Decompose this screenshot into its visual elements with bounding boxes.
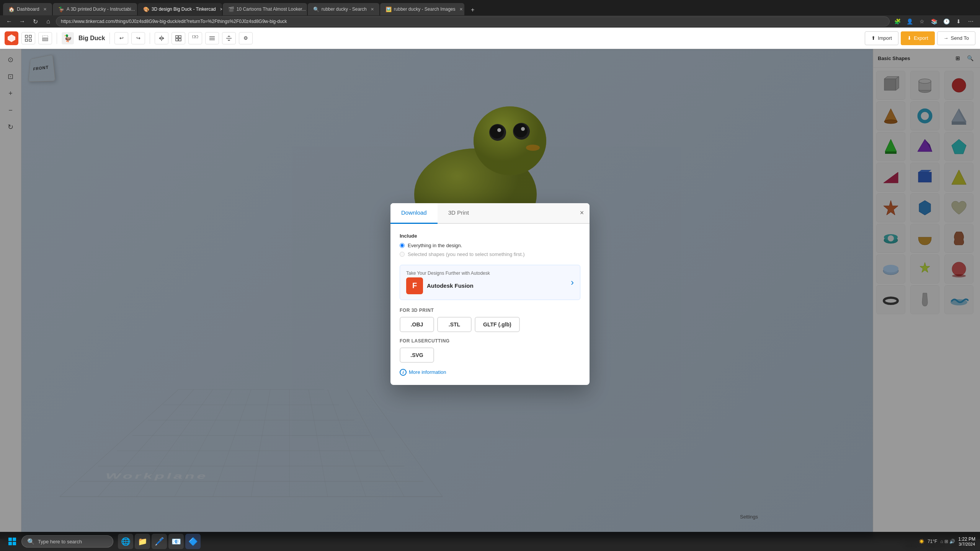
date-display: 3/7/2024 (958, 542, 975, 546)
autodesk-fusion-name: Autodesk Fusion (427, 282, 474, 289)
redo-button[interactable]: ↪ (131, 32, 145, 44)
tab-close-6[interactable]: ✕ (459, 7, 463, 12)
browser-tab-dashboard[interactable]: 🏠 Dashboard ✕ (3, 3, 52, 15)
app-container: 🦆 Big Duck ↩ ↪ ⚙ ⬆ Import (0, 28, 980, 551)
modal-overlay[interactable]: Download 3D Print × Include Everything i… (0, 49, 980, 539)
autodesk-text-area: Take Your Designs Further with Autodesk … (406, 271, 565, 294)
more-info-link[interactable]: i More information (400, 369, 580, 376)
collections-button[interactable]: 📚 (929, 16, 939, 27)
format-stl-button[interactable]: .STL (437, 317, 472, 332)
flip-button[interactable] (222, 32, 236, 44)
format-buttons-laser: .SVG (400, 347, 580, 363)
align-button[interactable] (205, 32, 219, 44)
radio-everything[interactable]: Everything in the design. (400, 243, 580, 248)
notification-area[interactable]: ⌂ ⊞ 🔊 (940, 539, 955, 544)
clock[interactable]: 1:22 PM 3/7/2024 (958, 536, 975, 546)
dialog-body: Include Everything in the design. Select… (390, 224, 590, 385)
format-obj-button[interactable]: .OBJ (400, 317, 434, 332)
new-tab-button[interactable]: + (467, 5, 479, 15)
refresh-button[interactable]: ↻ (30, 16, 41, 27)
tab-download[interactable]: Download (390, 203, 438, 224)
download-dialog: Download 3D Print × Include Everything i… (390, 203, 590, 385)
taskbar-system-tray: ☀️ 71°F ⌂ ⊞ 🔊 1:22 PM 3/7/2024 (919, 536, 975, 546)
snap-button[interactable]: ⚙ (239, 32, 253, 44)
taskbar-app-explorer[interactable]: 📁 (135, 534, 150, 549)
format-gltf-button[interactable]: GLTF (.glb) (475, 317, 520, 332)
home-button[interactable]: ⌂ (43, 16, 54, 27)
autodesk-fusion-logo: F (406, 277, 423, 294)
svg-marker-0 (8, 34, 15, 42)
info-icon: i (400, 369, 407, 376)
taskbar-app-editor[interactable]: 🖊️ (152, 534, 167, 549)
taskbar-search-icon: 🔍 (27, 538, 35, 545)
radio-selected-label: Selected shapes (you need to select some… (408, 251, 525, 257)
taskbar-app-mail[interactable]: 📧 (168, 534, 184, 549)
tab-3dprint[interactable]: 3D Print (438, 203, 480, 224)
svg-rect-4 (29, 39, 31, 41)
svg-rect-87 (8, 542, 12, 545)
back-button[interactable]: ← (4, 16, 15, 27)
export-label: Export (914, 35, 928, 41)
toolbar-divider-3 (150, 33, 150, 44)
time-display: 1:22 PM (958, 536, 975, 542)
tab-close-3[interactable]: ✕ (220, 7, 222, 12)
project-title: Big Duck (78, 35, 105, 42)
app-toolbar: 🦆 Big Duck ↩ ↪ ⚙ ⬆ Import (0, 28, 980, 49)
import-button[interactable]: ⬆ Import (865, 31, 898, 45)
svg-rect-1 (25, 35, 28, 37)
tab-close[interactable]: ✕ (43, 7, 47, 12)
browser-tab-instructables[interactable]: 🦆 A 3D printed Ducky - Instructabi... ✕ (53, 3, 137, 15)
mirror-button[interactable] (155, 32, 168, 44)
ungroup-button[interactable] (188, 32, 202, 44)
taskbar-app-teams[interactable]: 🔷 (185, 534, 201, 549)
taskbar-app-edge[interactable]: 🌐 (118, 534, 133, 549)
forward-button[interactable]: → (17, 16, 28, 27)
svg-rect-5 (42, 38, 48, 41)
browser-tab-tinkercad[interactable]: 🎨 3D design Big Duck - Tinkercad ✕ (138, 3, 222, 15)
svg-rect-85 (8, 538, 12, 541)
radio-selected[interactable]: Selected shapes (you need to select some… (400, 251, 580, 257)
tab-close-5[interactable]: ✕ (371, 7, 374, 12)
radio-everything-label: Everything in the design. (408, 243, 462, 248)
include-label: Include (400, 233, 580, 239)
svg-rect-10 (176, 36, 178, 38)
dialog-close-button[interactable]: × (574, 203, 590, 223)
undo-button[interactable]: ↩ (114, 32, 128, 44)
export-button[interactable]: ⬇ Export (901, 31, 935, 45)
group-button[interactable] (172, 32, 185, 44)
svg-marker-9 (162, 37, 164, 40)
svg-rect-2 (29, 35, 31, 37)
taskbar-search[interactable]: 🔍 Type here to search (21, 535, 113, 548)
for-lasercutting-section: For Lasercutting .SVG (400, 338, 580, 363)
svg-rect-86 (13, 538, 16, 541)
address-bar[interactable] (56, 16, 890, 26)
profile-button[interactable]: 👤 (904, 16, 915, 27)
svg-rect-15 (196, 36, 198, 38)
start-button[interactable] (5, 534, 20, 549)
project-info: 🦆 Big Duck (62, 32, 105, 44)
include-section: Include Everything in the design. Select… (400, 233, 580, 257)
autodesk-promo[interactable]: Take Your Designs Further with Autodesk … (400, 265, 580, 300)
send-to-button[interactable]: → Send To (937, 31, 975, 45)
favorites-button[interactable]: ☆ (916, 16, 927, 27)
svg-marker-8 (159, 37, 161, 40)
toolbar-right-actions: ⬆ Import ⬇ Export → Send To (865, 31, 975, 45)
format-svg-button[interactable]: .SVG (400, 347, 434, 363)
weather-icon: ☀️ (919, 539, 924, 544)
extensions-button[interactable]: 🧩 (892, 16, 903, 27)
downloads-button[interactable]: ⬇ (953, 16, 964, 27)
radio-selected-input (400, 252, 405, 257)
browser-toolbar: ← → ↻ ⌂ 🧩 👤 ☆ 📚 🕐 ⬇ ⋯ (0, 15, 980, 28)
settings-menu-button[interactable]: ⋯ (965, 16, 976, 27)
taskbar-search-placeholder: Type here to search (38, 539, 82, 544)
grid-toggle-button[interactable] (21, 32, 35, 44)
browser-tab-search[interactable]: 🔍 rubber ducky - Search ✕ (308, 3, 379, 15)
svg-rect-14 (193, 36, 195, 38)
radio-everything-input[interactable] (400, 243, 405, 248)
taskbar: 🔍 Type here to search 🌐 📁 🖊️ 📧 🔷 ☀️ 71°F… (0, 532, 980, 551)
browser-tab-images[interactable]: 🖼️ rubber ducky - Search Images ✕ (380, 3, 464, 15)
plane-toggle-button[interactable] (38, 32, 52, 44)
browser-tab-cartoons[interactable]: 🎬 10 Cartoons That Almost Looker... ✕ (223, 3, 307, 15)
history-button[interactable]: 🕐 (941, 16, 952, 27)
browser-chrome: 🏠 Dashboard ✕ 🦆 A 3D printed Ducky - Ins… (0, 0, 980, 28)
